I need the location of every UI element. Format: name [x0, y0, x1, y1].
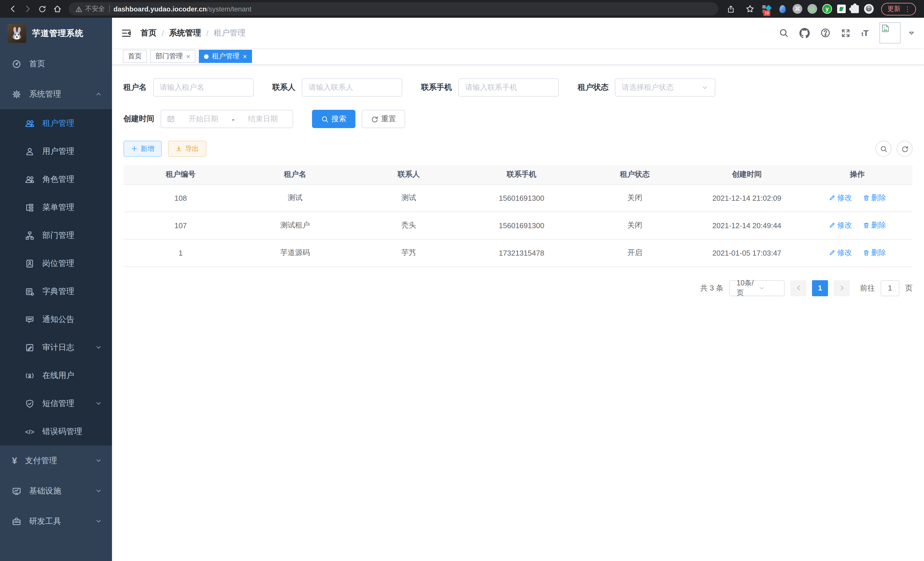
refresh-table-button[interactable] [897, 141, 913, 157]
sidebar-item-errcode[interactable]: </> 错误码管理 [0, 417, 112, 445]
sidebar-item-dict[interactable]: 字典管理 [0, 277, 112, 305]
col-created: 创建时间 [692, 165, 802, 184]
sidebar-collapse-icon[interactable] [121, 28, 131, 38]
created-label: 创建时间 [123, 114, 154, 124]
date-range-input[interactable]: 开始日期 - 结束日期 [160, 110, 293, 128]
next-page-button[interactable] [834, 280, 850, 296]
profile-avatar-icon[interactable]: 😃 [864, 4, 874, 14]
filter-row-1: 租户名 请输入租户名 联系人 请输入联系人 联系手机 请输入联系手机 租户状态 [123, 78, 913, 97]
add-button[interactable]: 新增 [123, 141, 162, 157]
mobile-input[interactable]: 请输入联系手机 [458, 78, 559, 97]
close-icon[interactable]: × [186, 53, 190, 60]
page-size-select[interactable]: 10条/页 [729, 280, 784, 296]
user-icon [25, 147, 34, 156]
browser-toolbar: 不安全 dashboard.yudao.iocoder.cn/system/te… [0, 0, 924, 18]
security-chip[interactable]: 不安全 [75, 5, 105, 13]
sidebar-item-notice[interactable]: 通知公告 [0, 305, 112, 333]
sidebar-item-sms[interactable]: 短信管理 [0, 390, 112, 417]
search-button[interactable]: 搜索 [312, 110, 356, 128]
edit-link[interactable]: 修改 [829, 248, 852, 258]
extension-y-icon[interactable]: y [822, 4, 832, 14]
browser-back-icon[interactable] [6, 2, 20, 16]
sidebar-item-audit-log[interactable]: 审计日志 [0, 333, 112, 361]
goto-page-input[interactable] [880, 280, 899, 296]
address-bar[interactable]: 不安全 dashboard.yudao.iocoder.cn/system/te… [69, 2, 718, 15]
breadcrumb-home[interactable]: 首页 [141, 28, 157, 38]
status-label: 租户状态 [578, 82, 609, 93]
edit-pencil-icon [829, 249, 836, 256]
page-unit-label: 页 [905, 283, 913, 293]
extension-command-icon[interactable]: ⌘ [793, 4, 802, 14]
extension-balloon-icon[interactable] [777, 4, 788, 14]
chevron-down-icon [95, 487, 102, 495]
fullscreen-icon[interactable] [842, 28, 850, 38]
breadcrumb-separator: / [162, 28, 164, 38]
chevron-down-icon [95, 344, 102, 351]
extension-dot-icon[interactable] [807, 4, 817, 14]
browser-forward-icon[interactable] [21, 2, 34, 16]
browser-update-button[interactable]: 更新 ⋮ [881, 3, 916, 15]
tenant-name-input[interactable]: 请输入租户名 [153, 78, 254, 97]
warning-icon [75, 5, 82, 12]
pagination: 共 3 条 10条/页 1 前往 页 [123, 280, 913, 296]
tab-home[interactable]: 首页 [123, 50, 147, 63]
browser-menu-dots-icon[interactable]: ⋮ [904, 5, 911, 12]
edit-log-icon [25, 343, 34, 352]
role-users-icon [25, 175, 34, 184]
share-icon[interactable] [724, 2, 738, 16]
sidebar-item-role[interactable]: 角色管理 [0, 165, 112, 193]
edit-link[interactable]: 修改 [829, 220, 852, 230]
sidebar-item-system[interactable]: 系统管理 [0, 79, 112, 109]
plus-icon [131, 145, 138, 152]
github-icon[interactable] [800, 28, 810, 38]
sidebar-item-menu[interactable]: 菜单管理 [0, 193, 112, 221]
avatar[interactable] [879, 22, 901, 44]
sidebar-item-online-user[interactable]: 在线用户 [0, 361, 112, 390]
contact-input[interactable]: 请输入联系人 [302, 78, 402, 97]
sidebar-item-infra[interactable]: 基础设施 [0, 476, 112, 506]
extension-blocks-icon[interactable]: 10 [762, 4, 772, 14]
edit-link[interactable]: 修改 [829, 193, 852, 203]
extensions-puzzle-icon[interactable] [851, 5, 859, 13]
trash-icon [862, 222, 869, 229]
font-size-icon[interactable]: tT [861, 29, 868, 37]
sidebar-logo[interactable]: 🐰 芋道管理系统 [0, 18, 112, 49]
current-page-button[interactable]: 1 [812, 280, 828, 296]
col-tenant-name: 租户名 [238, 165, 352, 184]
toggle-search-button[interactable] [875, 141, 891, 157]
sidebar-item-home[interactable]: 首页 [0, 49, 112, 79]
dictionary-icon [25, 287, 34, 296]
update-label: 更新 [887, 5, 901, 13]
prev-page-button[interactable] [790, 280, 806, 296]
export-button[interactable]: 导出 [168, 141, 206, 157]
tab-dept[interactable]: 部门管理 × [150, 50, 195, 63]
sidebar-item-pay[interactable]: ¥ 支付管理 [0, 445, 112, 476]
bookmark-star-icon[interactable] [743, 2, 757, 16]
badge-icon [25, 259, 34, 268]
browser-reload-icon[interactable] [35, 2, 49, 16]
end-date-placeholder: 结束日期 [239, 114, 287, 124]
reset-button[interactable]: 重置 [362, 110, 405, 128]
sidebar-item-tenant[interactable]: 租户管理 [0, 109, 112, 137]
delete-link[interactable]: 删除 [862, 248, 886, 258]
sidebar-item-dept[interactable]: 部门管理 [0, 221, 112, 249]
tab-tenant[interactable]: 租户管理 × [199, 50, 252, 63]
sidebar-item-post[interactable]: 岗位管理 [0, 249, 112, 277]
help-icon[interactable] [821, 28, 831, 38]
avatar-caret-down-icon[interactable] [908, 29, 915, 36]
url-divider [109, 5, 110, 13]
chevron-down-icon [95, 517, 102, 525]
browser-home-icon[interactable] [50, 2, 64, 16]
status-select[interactable]: 请选择租户状态 [615, 78, 716, 97]
delete-link[interactable]: 删除 [862, 220, 886, 230]
url-text[interactable]: dashboard.yudao.iocoder.cn/system/tenant [113, 5, 251, 13]
sidebar-item-devtool[interactable]: 研发工具 [0, 506, 112, 536]
delete-link[interactable]: 删除 [862, 193, 886, 203]
extension-leaf-icon[interactable] [837, 5, 846, 13]
sidebar-item-user[interactable]: 用户管理 [0, 137, 112, 165]
breadcrumb-section[interactable]: 系统管理 [169, 28, 201, 38]
logo-image: 🐰 [8, 24, 26, 43]
close-icon[interactable]: × [243, 53, 247, 60]
search-icon [880, 145, 887, 152]
search-icon[interactable] [779, 28, 789, 38]
